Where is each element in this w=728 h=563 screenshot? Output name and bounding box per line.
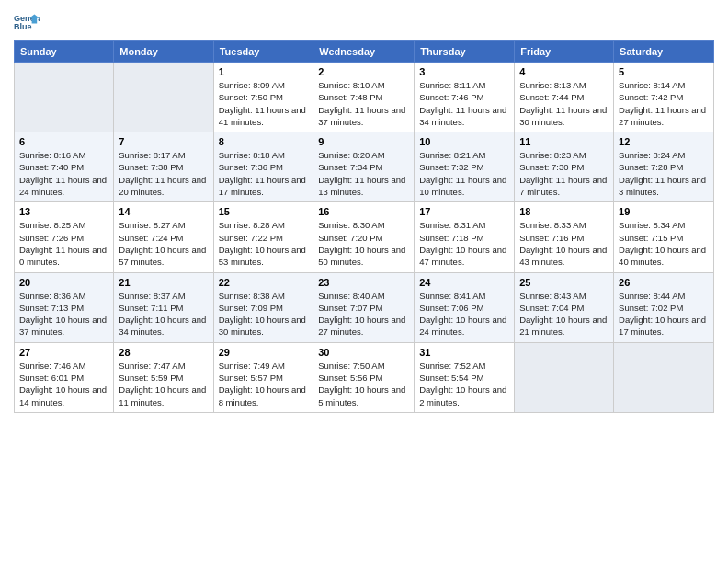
col-header-tuesday: Tuesday [213, 41, 313, 63]
week-row-2: 6Sunrise: 8:16 AM Sunset: 7:40 PM Daylig… [15, 132, 714, 202]
day-cell: 17Sunrise: 8:31 AM Sunset: 7:18 PM Dayli… [415, 202, 515, 272]
day-info: Sunrise: 8:25 AM Sunset: 7:26 PM Dayligh… [19, 219, 108, 268]
day-cell [15, 63, 114, 132]
day-info: Sunrise: 8:18 AM Sunset: 7:36 PM Dayligh… [219, 149, 309, 198]
header-row: SundayMondayTuesdayWednesdayThursdayFrid… [15, 41, 714, 63]
day-info: Sunrise: 8:30 AM Sunset: 7:20 PM Dayligh… [318, 219, 409, 268]
day-info: Sunrise: 8:16 AM Sunset: 7:40 PM Dayligh… [19, 149, 108, 198]
day-number: 20 [19, 277, 108, 288]
day-number: 24 [419, 277, 509, 288]
day-cell: 23Sunrise: 8:40 AM Sunset: 7:07 PM Dayli… [313, 272, 415, 342]
day-info: Sunrise: 8:44 AM Sunset: 7:02 PM Dayligh… [619, 290, 709, 339]
day-number: 4 [519, 66, 609, 77]
day-cell: 15Sunrise: 8:28 AM Sunset: 7:22 PM Dayli… [213, 202, 313, 272]
day-info: Sunrise: 8:41 AM Sunset: 7:06 PM Dayligh… [419, 290, 509, 339]
day-cell: 25Sunrise: 8:43 AM Sunset: 7:04 PM Dayli… [515, 272, 614, 342]
day-number: 18 [519, 206, 609, 217]
day-cell: 20Sunrise: 8:36 AM Sunset: 7:13 PM Dayli… [15, 272, 114, 342]
header: General Blue [14, 9, 714, 35]
day-cell: 6Sunrise: 8:16 AM Sunset: 7:40 PM Daylig… [15, 132, 114, 202]
day-cell: 26Sunrise: 8:44 AM Sunset: 7:02 PM Dayli… [614, 272, 714, 342]
day-cell [515, 342, 614, 412]
day-number: 8 [219, 136, 309, 147]
day-number: 29 [219, 347, 309, 358]
day-number: 31 [419, 347, 509, 358]
day-number: 12 [619, 136, 709, 147]
week-row-5: 27Sunrise: 7:46 AM Sunset: 6:01 PM Dayli… [15, 342, 714, 412]
day-info: Sunrise: 8:24 AM Sunset: 7:28 PM Dayligh… [619, 149, 709, 198]
day-cell: 13Sunrise: 8:25 AM Sunset: 7:26 PM Dayli… [15, 202, 114, 272]
day-number: 19 [619, 206, 709, 217]
day-number: 15 [219, 206, 309, 217]
day-number: 9 [318, 136, 409, 147]
day-cell: 1Sunrise: 8:09 AM Sunset: 7:50 PM Daylig… [213, 63, 313, 132]
day-number: 1 [219, 66, 309, 77]
day-cell: 2Sunrise: 8:10 AM Sunset: 7:48 PM Daylig… [313, 63, 415, 132]
day-cell: 12Sunrise: 8:24 AM Sunset: 7:28 PM Dayli… [614, 132, 714, 202]
day-number: 11 [519, 136, 609, 147]
day-cell: 28Sunrise: 7:47 AM Sunset: 5:59 PM Dayli… [114, 342, 213, 412]
day-number: 23 [318, 277, 409, 288]
day-cell: 29Sunrise: 7:49 AM Sunset: 5:57 PM Dayli… [213, 342, 313, 412]
day-info: Sunrise: 8:28 AM Sunset: 7:22 PM Dayligh… [219, 219, 309, 268]
day-number: 7 [119, 136, 208, 147]
day-cell: 10Sunrise: 8:21 AM Sunset: 7:32 PM Dayli… [415, 132, 515, 202]
day-info: Sunrise: 8:17 AM Sunset: 7:38 PM Dayligh… [119, 149, 208, 198]
day-number: 27 [19, 347, 108, 358]
day-info: Sunrise: 8:11 AM Sunset: 7:46 PM Dayligh… [419, 79, 509, 128]
day-number: 6 [19, 136, 108, 147]
day-info: Sunrise: 8:10 AM Sunset: 7:48 PM Dayligh… [318, 79, 409, 128]
day-info: Sunrise: 8:43 AM Sunset: 7:04 PM Dayligh… [519, 290, 609, 339]
day-cell: 22Sunrise: 8:38 AM Sunset: 7:09 PM Dayli… [213, 272, 313, 342]
day-cell: 11Sunrise: 8:23 AM Sunset: 7:30 PM Dayli… [515, 132, 614, 202]
day-number: 3 [419, 66, 509, 77]
day-number: 10 [419, 136, 509, 147]
day-info: Sunrise: 7:50 AM Sunset: 5:56 PM Dayligh… [318, 360, 409, 408]
day-number: 14 [119, 206, 208, 217]
day-number: 13 [19, 206, 108, 217]
day-cell: 9Sunrise: 8:20 AM Sunset: 7:34 PM Daylig… [313, 132, 415, 202]
day-cell: 24Sunrise: 8:41 AM Sunset: 7:06 PM Dayli… [415, 272, 515, 342]
calendar-table: SundayMondayTuesdayWednesdayThursdayFrid… [14, 40, 714, 413]
day-info: Sunrise: 8:14 AM Sunset: 7:42 PM Dayligh… [619, 79, 709, 128]
day-cell: 30Sunrise: 7:50 AM Sunset: 5:56 PM Dayli… [313, 342, 415, 412]
svg-text:Blue: Blue [14, 22, 32, 31]
day-cell: 14Sunrise: 8:27 AM Sunset: 7:24 PM Dayli… [114, 202, 213, 272]
day-number: 5 [619, 66, 709, 77]
day-info: Sunrise: 8:23 AM Sunset: 7:30 PM Dayligh… [519, 149, 609, 198]
day-info: Sunrise: 8:31 AM Sunset: 7:18 PM Dayligh… [419, 219, 509, 268]
day-info: Sunrise: 8:36 AM Sunset: 7:13 PM Dayligh… [19, 290, 108, 339]
day-info: Sunrise: 7:52 AM Sunset: 5:54 PM Dayligh… [419, 360, 509, 408]
day-number: 28 [119, 347, 208, 358]
day-info: Sunrise: 8:33 AM Sunset: 7:16 PM Dayligh… [519, 219, 609, 268]
day-cell: 5Sunrise: 8:14 AM Sunset: 7:42 PM Daylig… [614, 63, 714, 132]
day-info: Sunrise: 8:21 AM Sunset: 7:32 PM Dayligh… [419, 149, 509, 198]
day-cell: 21Sunrise: 8:37 AM Sunset: 7:11 PM Dayli… [114, 272, 213, 342]
day-cell [614, 342, 714, 412]
day-cell: 27Sunrise: 7:46 AM Sunset: 6:01 PM Dayli… [15, 342, 114, 412]
day-info: Sunrise: 8:40 AM Sunset: 7:07 PM Dayligh… [318, 290, 409, 339]
day-number: 30 [318, 347, 409, 358]
day-info: Sunrise: 7:46 AM Sunset: 6:01 PM Dayligh… [19, 360, 108, 408]
day-number: 17 [419, 206, 509, 217]
day-cell: 31Sunrise: 7:52 AM Sunset: 5:54 PM Dayli… [415, 342, 515, 412]
day-cell [114, 63, 213, 132]
week-row-4: 20Sunrise: 8:36 AM Sunset: 7:13 PM Dayli… [15, 272, 714, 342]
week-row-1: 1Sunrise: 8:09 AM Sunset: 7:50 PM Daylig… [15, 63, 714, 132]
col-header-friday: Friday [515, 41, 614, 63]
day-info: Sunrise: 7:49 AM Sunset: 5:57 PM Dayligh… [219, 360, 309, 408]
day-info: Sunrise: 8:27 AM Sunset: 7:24 PM Dayligh… [119, 219, 208, 268]
day-number: 22 [219, 277, 309, 288]
day-number: 25 [519, 277, 609, 288]
day-number: 26 [619, 277, 709, 288]
day-number: 21 [119, 277, 208, 288]
day-cell: 16Sunrise: 8:30 AM Sunset: 7:20 PM Dayli… [313, 202, 415, 272]
day-info: Sunrise: 8:38 AM Sunset: 7:09 PM Dayligh… [219, 290, 309, 339]
col-header-monday: Monday [114, 41, 213, 63]
col-header-wednesday: Wednesday [313, 41, 415, 63]
day-number: 16 [318, 206, 409, 217]
day-cell: 18Sunrise: 8:33 AM Sunset: 7:16 PM Dayli… [515, 202, 614, 272]
day-cell: 3Sunrise: 8:11 AM Sunset: 7:46 PM Daylig… [415, 63, 515, 132]
col-header-saturday: Saturday [614, 41, 714, 63]
day-cell: 4Sunrise: 8:13 AM Sunset: 7:44 PM Daylig… [515, 63, 614, 132]
